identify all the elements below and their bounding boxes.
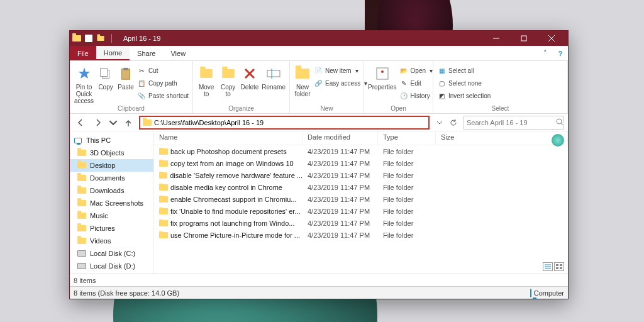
navpane-item[interactable]: Local Disk (D:) (70, 260, 153, 272)
file-name: use Chrome Picture-in-Picture mode for .… (170, 231, 300, 239)
select-all-button[interactable]: ▦Select all (437, 65, 491, 76)
titlebar[interactable]: April 16 - 19 (70, 31, 568, 46)
file-row[interactable]: disable media key control in Chrome4/23/… (154, 181, 568, 193)
file-row[interactable]: fix programs not launching from Windo...… (154, 217, 568, 229)
folder-icon (159, 184, 168, 191)
group-label: Organize (197, 105, 286, 112)
navpane-item-label: Desktop (90, 162, 115, 169)
select-none-button[interactable]: ▢Select none (437, 77, 491, 89)
properties-button[interactable]: Properties (368, 64, 397, 91)
column-type[interactable]: Type (378, 131, 436, 145)
file-name: back up Photoshop document presets (170, 148, 287, 155)
address-dropdown-button[interactable] (433, 116, 446, 129)
file-tab[interactable]: File (70, 46, 96, 60)
paste-button[interactable]: Paste (117, 64, 135, 91)
copy-path-button[interactable]: 📋Copy path (137, 77, 189, 89)
svg-rect-23 (560, 267, 562, 269)
help-icon[interactable]: ? (553, 46, 568, 60)
home-tab[interactable]: Home (96, 46, 130, 60)
file-row[interactable]: fix 'Unable to find module repositories'… (154, 205, 568, 217)
navpane-item[interactable]: Desktop (70, 159, 153, 172)
column-date[interactable]: Date modified (303, 131, 378, 145)
maximize-button[interactable] (510, 31, 538, 46)
pin-to-quick-access-button[interactable]: Pin to Quick access (74, 64, 94, 104)
copy-button[interactable]: Copy (97, 64, 114, 91)
address-bar[interactable] (139, 116, 430, 130)
navigation-pane[interactable]: This PC 3D ObjectsDesktopDocumentsDownlo… (70, 131, 154, 274)
folder-icon (77, 250, 86, 257)
history-button[interactable]: 🕑History (399, 90, 433, 101)
cut-button[interactable]: ✂Cut (137, 65, 189, 76)
move-to-button[interactable]: Move to (197, 64, 216, 97)
delete-button[interactable]: Delete (240, 64, 259, 91)
close-button[interactable] (538, 31, 565, 46)
edit-button[interactable]: ✎Edit (399, 77, 433, 89)
refresh-button[interactable] (447, 116, 460, 129)
search-box[interactable] (464, 116, 564, 130)
up-button[interactable] (121, 116, 135, 130)
view-tab[interactable]: View (163, 46, 193, 60)
navpane-item[interactable]: Documents (70, 172, 153, 184)
file-date: 4/23/2019 11:47 PM (303, 148, 378, 155)
file-type: File folder (378, 231, 436, 239)
back-button[interactable] (74, 116, 87, 130)
navpane-item-label: Documents (90, 174, 125, 182)
file-row[interactable]: copy text from an image on Windows 104/2… (154, 157, 568, 169)
navpane-this-pc[interactable]: This PC (70, 134, 153, 147)
minimize-button[interactable] (482, 31, 510, 46)
new-item-button[interactable]: 📄New item▾ (314, 65, 367, 76)
navpane-item[interactable]: Pictures (70, 222, 153, 235)
status-bar: 8 items (70, 274, 568, 286)
folder-icon (77, 262, 86, 270)
search-input[interactable] (467, 119, 553, 126)
column-size[interactable]: Size (436, 131, 568, 145)
icons-view-button[interactable] (554, 262, 564, 271)
address-input[interactable] (154, 119, 426, 126)
folder-icon (77, 174, 86, 182)
file-name: enable Chromecast support in Chromiu... (170, 196, 297, 203)
file-row[interactable]: use Chrome Picture-in-Picture mode for .… (154, 229, 568, 241)
qat-newfolder-icon[interactable] (97, 36, 104, 41)
easy-access-button[interactable]: 🔗Easy access▾ (314, 77, 367, 89)
navpane-item[interactable]: Mac Screenshots (70, 197, 153, 209)
file-name: disable 'Safely remove hardware' feature… (170, 172, 303, 179)
file-row[interactable]: enable Chromecast support in Chromiu...4… (154, 193, 568, 205)
share-tab[interactable]: Share (130, 46, 163, 60)
folder-icon (77, 187, 86, 194)
computer-icon (530, 289, 531, 297)
copy-to-button[interactable]: Copy to (218, 64, 237, 97)
open-button[interactable]: 📂Open▾ (399, 65, 433, 76)
group-label: Clipboard (74, 105, 189, 112)
file-list: Name Date modified Type Size back up Pho… (154, 131, 568, 274)
forward-button[interactable] (91, 116, 105, 130)
navpane-item[interactable]: Local Disk (C:) (70, 247, 153, 260)
navpane-item-label: Videos (90, 237, 111, 245)
navpane-item-label: Downloads (90, 187, 124, 194)
svg-rect-1 (521, 36, 526, 41)
navpane-item[interactable]: 3D Objects (70, 147, 153, 159)
recent-locations-button[interactable] (109, 116, 118, 130)
qat-properties-icon[interactable] (85, 35, 92, 42)
file-row[interactable]: back up Photoshop document presets4/23/2… (154, 145, 568, 157)
navpane-item[interactable]: Music (70, 209, 153, 222)
ribbon-expand-icon[interactable]: ˄ (538, 46, 553, 60)
rename-button[interactable]: Rename (262, 64, 286, 91)
svg-point-13 (381, 70, 384, 73)
group-label: Select (437, 105, 564, 112)
file-name: fix programs not launching from Windo... (170, 219, 294, 227)
details-view-button[interactable] (543, 262, 553, 271)
file-type: File folder (378, 184, 436, 191)
new-folder-button[interactable]: New folder (294, 64, 311, 97)
column-headers[interactable]: Name Date modified Type Size (154, 131, 568, 145)
file-row[interactable]: disable 'Safely remove hardware' feature… (154, 169, 568, 181)
navpane-item[interactable]: Videos (70, 235, 153, 247)
folder-icon (77, 149, 86, 157)
invert-selection-button[interactable]: ◩Invert selection (437, 90, 491, 101)
location-label: Computer (534, 289, 564, 297)
svg-rect-21 (560, 264, 562, 266)
folder-icon (77, 237, 86, 245)
paste-shortcut-button[interactable]: 📎Paste shortcut (137, 90, 189, 101)
navpane-item[interactable]: Downloads (70, 184, 153, 197)
column-name[interactable]: Name (154, 131, 303, 145)
content-area: This PC 3D ObjectsDesktopDocumentsDownlo… (70, 131, 568, 274)
